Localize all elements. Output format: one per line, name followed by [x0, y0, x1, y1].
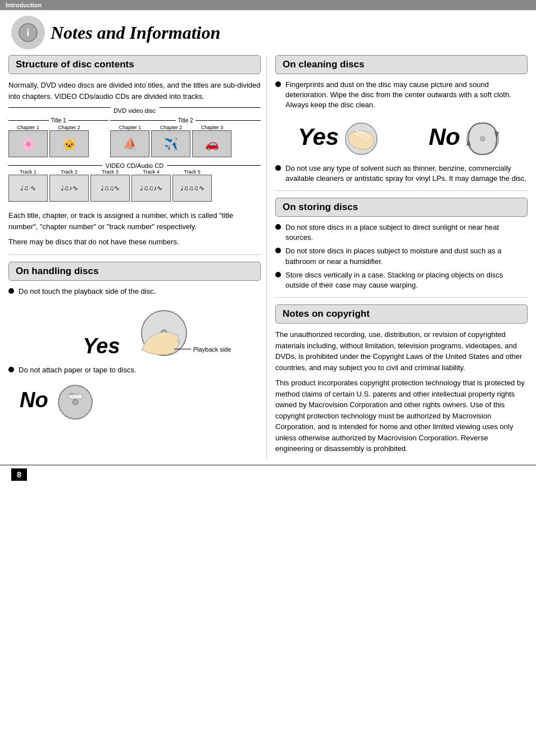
main-content: Structure of disc contents Normally, DVD… — [0, 52, 536, 464]
storing-bullet3: Store discs vertically in a case. Stacki… — [275, 270, 528, 290]
bullet-dot-c1 — [275, 81, 281, 87]
header-icon-circle: i — [11, 16, 45, 49]
handling-no-label: No — [20, 388, 48, 412]
handling-yes-label: Yes — [83, 334, 120, 358]
storing-bullet2-text: Do not store discs in places subject to … — [285, 246, 528, 266]
handling-no-area: No No — [20, 381, 261, 420]
storing-bullet2: Do not store discs in places subject to … — [275, 246, 528, 266]
handling-bullet1-text: Do not touch the playback side of the di… — [19, 286, 156, 297]
track-1-img: ♩♫ ∿ — [8, 175, 48, 202]
chapter-3-img: ⛵ — [110, 130, 149, 157]
chapter-3-label: Chapter 1 — [119, 125, 142, 130]
chapter-5-img: 🚗 — [192, 130, 231, 157]
dvd-label: DVD video disc — [110, 107, 159, 114]
cleaning-bullet2-text: Do not use any type of solvent such as t… — [285, 163, 528, 184]
chapter-4-img: ✈️ — [151, 130, 190, 157]
chapter-2: Chapter 2 🐱 — [49, 125, 89, 157]
handling-no-icon: No — [53, 381, 98, 420]
track-3-img: ♩♫♫∿ — [90, 175, 130, 202]
bullet-dot-2 — [8, 367, 14, 372]
cleaning-bullet2: Do not use any type of solvent such as t… — [275, 163, 528, 184]
page-title: Notes and Information — [51, 22, 220, 43]
track-1-label: Track 1 — [20, 169, 37, 175]
disc-contents-body: Normally, DVD video discs are divided in… — [8, 80, 261, 102]
track-4-label: Track 4 — [143, 169, 160, 175]
chapter-1: Chapter 1 🌸 — [8, 125, 48, 157]
page-number: 8 — [11, 468, 27, 481]
section-copyright-header: Notes on copyright — [275, 304, 528, 324]
storing-bullet1-text: Do not store discs in a place subject to… — [285, 222, 528, 243]
playback-side-group: Playback side — [174, 346, 231, 353]
bullet-dot-s1 — [275, 224, 281, 230]
cleaning-yes-group: Yes — [298, 117, 384, 157]
track-3: Track 3 ♩♫♫∿ — [90, 169, 130, 202]
page-number-area: 8 — [0, 464, 536, 484]
disc-contents-footer1: Each title, chapter, or track is assigne… — [8, 210, 261, 232]
track-2: Track 2 ♩♫♪∿ — [49, 169, 89, 202]
videocd-label: VIDEO CD/Audio CD — [102, 162, 167, 169]
chapter-4-label: Chapter 2 — [160, 125, 183, 130]
cleaning-bullet1-text: Fingerprints and dust on the disc may ca… — [285, 80, 528, 111]
dvd-diagram: DVD video disc Title 1 Chapter 1 — [8, 107, 261, 202]
right-column: On cleaning discs Fingerprints and dust … — [267, 55, 528, 459]
cleaning-no-group: No — [429, 117, 505, 157]
bullet-dot-s2 — [275, 248, 281, 253]
chapter-5: Chapter 3 🚗 — [192, 125, 231, 157]
notes-icon: i — [18, 22, 38, 43]
section-disc-contents-header: Structure of disc contents — [8, 55, 261, 74]
svg-rect-8 — [69, 394, 82, 399]
handling-yes-illustration: Yes Playback side — [83, 302, 197, 358]
track-3-label: Track 3 — [102, 169, 119, 175]
track-2-label: Track 2 — [61, 169, 78, 175]
top-bar-label: Introduction — [6, 2, 42, 8]
header-area: i Notes and Information — [0, 10, 536, 52]
section-cleaning-header: On cleaning discs — [275, 55, 528, 74]
handling-yes-area: Yes Playback side — [20, 302, 261, 358]
cleaning-yes-icon — [339, 117, 384, 157]
section-handling-header: On handling discs — [8, 262, 261, 281]
left-column: Structure of disc contents Normally, DVD… — [8, 55, 267, 459]
track-2-img: ♩♫♪∿ — [49, 175, 89, 202]
storing-bullet1: Do not store discs in a place subject to… — [275, 222, 528, 243]
handling-bullet2-text: Do not attach paper or tape to discs. — [19, 365, 137, 375]
chapter-1-img: 🌸 — [8, 130, 48, 157]
bullet-dot-s3 — [275, 272, 281, 277]
cleaning-yes-label: Yes — [298, 124, 339, 151]
svg-text:i: i — [26, 27, 29, 38]
chapter-1-label: Chapter 1 — [17, 125, 39, 130]
track-5: Track 5 ♩♫♫♫∿ — [172, 169, 212, 202]
title2-label: Title 2 — [176, 117, 196, 124]
svg-point-6 — [72, 399, 78, 405]
cleaning-yes-no-area: Yes No — [275, 117, 528, 157]
bullet-dot-1 — [8, 288, 14, 294]
chapter-3: Chapter 1 ⛵ — [110, 125, 149, 157]
track-4: Track 4 ♩♫♫♪∿ — [131, 169, 171, 202]
chapter-4: Chapter 2 ✈️ — [151, 125, 190, 157]
handling-bullet2: Do not attach paper or tape to discs. — [8, 365, 261, 375]
copyright-para2: This product incorporates copyright prot… — [275, 377, 528, 454]
cleaning-bullet1: Fingerprints and dust on the disc may ca… — [275, 80, 528, 111]
disc-contents-footer2: There may be discs that do not have thes… — [8, 236, 261, 248]
track-1: Track 1 ♩♫ ∿ — [8, 169, 48, 202]
chapter-2-label: Chapter 2 — [58, 125, 80, 130]
playback-side-label: Playback side — [193, 346, 231, 353]
chapter-2-img: 🐱 — [49, 130, 89, 157]
copyright-para1: The unauthorized recording, use, distrib… — [275, 329, 528, 373]
track-5-label: Track 5 — [184, 169, 201, 175]
cleaning-no-icon — [460, 117, 505, 157]
storing-bullet3-text: Store discs vertically in a case. Stacki… — [285, 270, 528, 290]
section-storing-header: On storing discs — [275, 198, 528, 217]
bullet-dot-c2 — [275, 165, 281, 171]
top-bar: Introduction — [0, 0, 536, 10]
cleaning-no-label: No — [429, 124, 460, 151]
track-5-img: ♩♫♫♫∿ — [172, 175, 212, 202]
handling-bullet1: Do not touch the playback side of the di… — [8, 286, 261, 297]
svg-point-15 — [480, 136, 485, 141]
title1-label: Title 1 — [49, 117, 69, 124]
track-4-img: ♩♫♫♪∿ — [131, 175, 171, 202]
chapter-5-label: Chapter 3 — [201, 125, 224, 130]
